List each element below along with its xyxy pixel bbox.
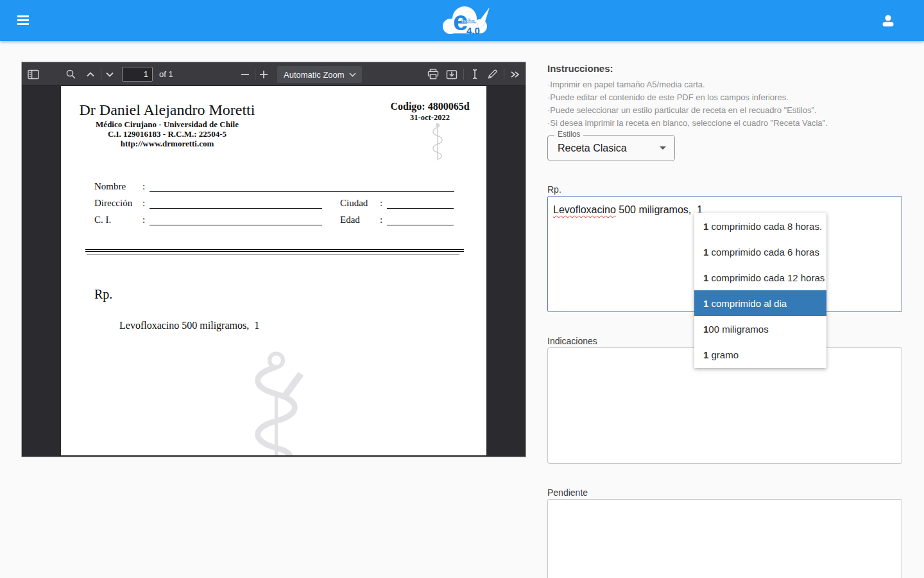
autocomplete-item-selected[interactable]: 1 comprimido al dia [694, 290, 826, 316]
doctor-registry: C.I. 129016183 - R.C.M.: 22504-5 [73, 129, 262, 139]
prescription-page: Dr Daniel Alejandro Moretti Médico Ciruj… [61, 86, 486, 455]
autocomplete-item[interactable]: 1 comprimido cada 12 horas [694, 265, 826, 290]
field-line-ci [150, 225, 322, 225]
zoom-in-icon[interactable] [259, 62, 268, 86]
field-label-nombre: Nombre [94, 181, 126, 192]
field-line-edad [387, 225, 454, 225]
field-label-direccion: Dirección [94, 198, 132, 209]
autocomplete-item[interactable]: 1 comprimido cada 6 horas [694, 239, 826, 265]
instructions-list: ·Imprimir en papel tamaño A5/media carta… [547, 78, 828, 130]
autocomplete-match: 1 [703, 247, 708, 258]
pendiente-field-label: Pendiente [547, 487, 588, 498]
autocomplete-item[interactable]: 100 miligramos [694, 316, 826, 342]
colon: : [142, 181, 145, 192]
zoom-out-icon[interactable] [241, 62, 250, 86]
autocomplete-text: 00 miligramos [708, 324, 768, 335]
zoom-level-select[interactable]: Automatic Zoom [277, 66, 362, 83]
pdf-canvas: Dr Daniel Alejandro Moretti Médico Ciruj… [22, 86, 526, 457]
autocomplete-text: comprimido al dia [708, 298, 787, 309]
autocomplete-match: 1 [703, 298, 708, 309]
autocomplete-text: gramo [708, 349, 739, 360]
pdf-toolbar: of 1 Automatic Zoom [22, 62, 526, 86]
field-label-edad: Edad [340, 215, 360, 225]
instruction-line: ·Imprimir en papel tamaño A5/media carta… [547, 78, 828, 91]
prescription-code: Codigo: 4800065d [366, 101, 486, 112]
field-label-ci: C. I. [94, 215, 111, 225]
autocomplete-text: comprimido cada 6 horas [708, 247, 819, 258]
download-icon[interactable] [446, 62, 458, 86]
autocomplete-text: comprimido cada 12 horas [708, 272, 825, 283]
pdf-viewer: of 1 Automatic Zoom [21, 62, 526, 457]
autocomplete-match: 1 [703, 272, 708, 283]
rp-text-misspelled-word: Levofloxacino [553, 204, 616, 215]
account-icon[interactable] [880, 13, 896, 28]
more-tools-icon[interactable] [509, 62, 520, 86]
colon: : [142, 215, 145, 225]
page-number-input[interactable] [122, 67, 153, 82]
separator-double-rule [85, 249, 464, 252]
app-bar: e ficha. 4.0 [0, 0, 924, 41]
caduceus-watermark [243, 351, 310, 455]
sidebar-toggle-icon[interactable] [28, 62, 39, 86]
prescription-date: 31-oct-2022 [366, 113, 486, 123]
field-line-nombre [150, 191, 454, 192]
rp-field-label: Rp. [547, 184, 561, 195]
draw-pen-icon[interactable] [487, 62, 498, 86]
autocomplete-item[interactable]: 1 gramo [694, 342, 826, 367]
instruction-line: ·Puede editar el contenido de este PDF e… [547, 91, 828, 104]
zoom-level-value: Automatic Zoom [284, 70, 345, 80]
indicaciones-field-label: Indicaciones [547, 336, 597, 346]
instruction-line: ·Si desea imprimir la receta en blanco, … [547, 117, 828, 130]
dropdown-arrow-icon [660, 146, 666, 150]
svg-text:ficha.: ficha. [461, 18, 477, 24]
colon: : [380, 215, 382, 225]
eficha-logo: e ficha. 4.0 [438, 3, 494, 38]
pendiente-textarea[interactable] [547, 499, 902, 578]
autocomplete-match: 1 [703, 221, 708, 232]
menu-icon[interactable] [17, 15, 29, 25]
text-selection-icon[interactable] [470, 62, 479, 86]
rp-text-rest: 500 miligramos, 1 [616, 204, 703, 215]
autocomplete-item[interactable]: 1 comprimido cada 8 horas. [694, 213, 826, 239]
page-count-label: of 1 [159, 62, 173, 86]
autocomplete-text: comprimido cada 8 horas. [708, 221, 822, 232]
svg-text:4.0: 4.0 [466, 25, 480, 36]
rp-heading: Rp. [94, 287, 112, 302]
autocomplete-match: 1 [703, 324, 708, 335]
print-icon[interactable] [427, 62, 439, 86]
previous-page-icon[interactable] [85, 62, 96, 86]
doctor-name: Dr Daniel Alejandro Moretti [73, 101, 262, 119]
next-page-icon[interactable] [105, 62, 115, 86]
chevron-down-icon [349, 72, 356, 77]
caduceus-icon [429, 122, 446, 162]
search-icon[interactable] [65, 62, 76, 86]
field-label-ciudad: Ciudad [340, 198, 368, 209]
instructions-title: Instrucciones: [547, 63, 613, 74]
autocomplete-dropdown: 1 comprimido cada 8 horas. 1 comprimido … [694, 213, 826, 368]
instruction-line: ·Puede seleccionar un estilo particular … [547, 104, 828, 117]
styles-select-value: Receta Clasica [558, 136, 627, 161]
field-line-direccion [150, 208, 322, 209]
autocomplete-match: 1 [703, 349, 708, 360]
colon: : [380, 198, 382, 209]
doctor-profession: Médico Cirujano - Universidad de Chile [73, 119, 262, 130]
prescription-line: Levofloxacino 500 miligramos, 1 [119, 320, 259, 331]
styles-select[interactable]: Estilos Receta Clasica [547, 135, 675, 161]
field-line-ciudad [387, 208, 454, 209]
doctor-website: http://www.drmoretti.com [73, 139, 262, 149]
separator-gray-rule [87, 254, 459, 255]
colon: : [142, 198, 145, 209]
